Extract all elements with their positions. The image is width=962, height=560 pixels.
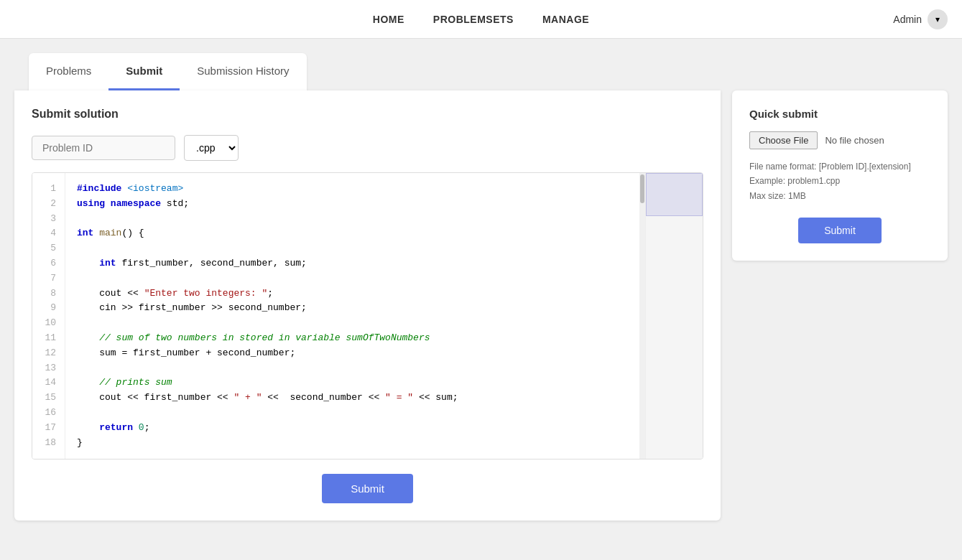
editor-controls: .cpp .c .java .py [32, 135, 703, 161]
user-dropdown-button[interactable]: ▾ [928, 9, 948, 29]
editor-title: Submit solution [32, 108, 703, 121]
tabs-container: Problems Submit Submission History [29, 53, 307, 90]
scroll-handle[interactable] [639, 173, 645, 459]
minimap-thumb [646, 173, 703, 216]
editor-panel: Submit solution .cpp .c .java .py 1 2 3 … [14, 90, 721, 521]
quick-submit-title: Quick submit [749, 108, 930, 120]
code-editor-wrapper: 1 2 3 4 5 6 7 8 9 10 11 12 13 14 15 16 1 [32, 172, 703, 459]
tab-problems[interactable]: Problems [29, 53, 108, 90]
choose-file-button[interactable]: Choose File [749, 131, 818, 149]
tabs-row: Problems Submit Submission History [14, 53, 948, 90]
file-format-label: File name format: [Problem ID].[extensio… [749, 162, 911, 172]
navbar: HOME PROBLEMSETS MANAGE Admin ▾ [0, 0, 962, 39]
nav-manage[interactable]: MANAGE [542, 14, 589, 25]
nav-problemsets[interactable]: PROBLEMSETS [433, 14, 514, 25]
submit-btn-row: Submit [32, 474, 703, 503]
code-minimap [645, 173, 703, 459]
tab-submission-history[interactable]: Submission History [180, 53, 306, 90]
file-info: File name format: [Problem ID].[extensio… [749, 159, 930, 203]
no-file-label: No file chosen [825, 135, 884, 146]
file-input-row: Choose File No file chosen [749, 131, 930, 149]
user-menu: Admin ▾ [893, 9, 948, 29]
quick-submit-button[interactable]: Submit [798, 218, 882, 243]
nav-home[interactable]: HOME [373, 14, 404, 25]
problem-id-input[interactable] [32, 136, 175, 160]
tab-submit[interactable]: Submit [108, 53, 180, 90]
scroll-thumb [640, 174, 644, 203]
nav-links: HOME PROBLEMSETS MANAGE [373, 14, 589, 25]
code-content: #include <iostream> using namespace std;… [65, 173, 703, 459]
file-example-label: Example: problem1.cpp [749, 176, 840, 186]
line-numbers: 1 2 3 4 5 6 7 8 9 10 11 12 13 14 15 16 1 [32, 173, 65, 459]
file-max-size-label: Max size: 1MB [749, 191, 806, 201]
code-editor[interactable]: 1 2 3 4 5 6 7 8 9 10 11 12 13 14 15 16 1 [32, 173, 703, 459]
quick-submit-panel: Quick submit Choose File No file chosen … [732, 90, 948, 261]
username-label: Admin [893, 14, 922, 25]
main-content: Submit solution .cpp .c .java .py 1 2 3 … [14, 90, 948, 521]
language-select[interactable]: .cpp .c .java .py [184, 135, 239, 161]
editor-submit-button[interactable]: Submit [322, 474, 413, 503]
